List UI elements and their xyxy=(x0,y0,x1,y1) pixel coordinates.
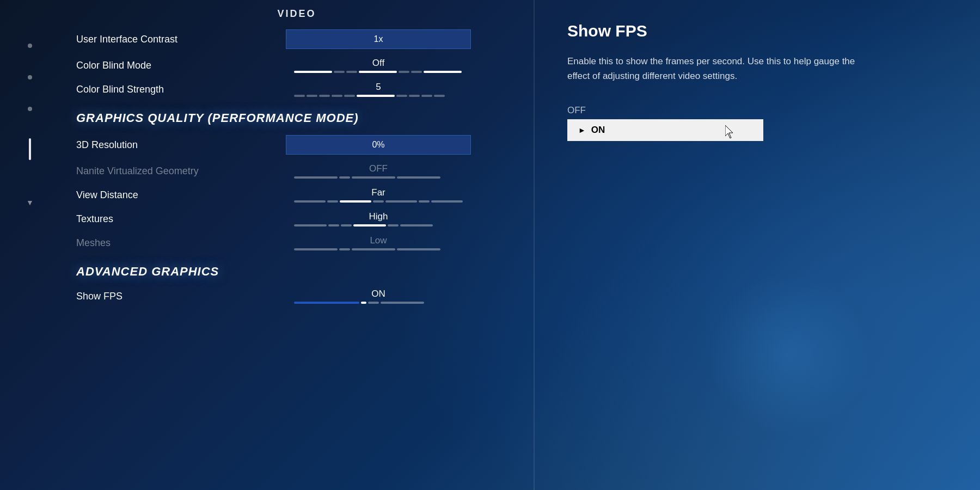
sidebar-dot-3 xyxy=(28,107,32,111)
option-on-label: ON xyxy=(591,125,605,136)
svg-marker-0 xyxy=(725,125,733,138)
control-3d-resolution[interactable]: 0% xyxy=(240,135,517,155)
info-panel: Show FPS Enable this to show the frames … xyxy=(535,0,980,490)
setting-row-ui-contrast: User Interface Contrast 1x xyxy=(76,25,517,53)
control-textures[interactable]: High xyxy=(240,211,517,226)
control-color-blind-mode[interactable]: Off xyxy=(240,58,517,73)
cursor xyxy=(725,125,734,140)
control-meshes: Low xyxy=(240,235,517,250)
setting-row-color-blind-strength: Color Blind Strength 5 xyxy=(76,77,517,101)
setting-row-show-fps: Show FPS ON xyxy=(76,284,517,308)
label-color-blind-strength: Color Blind Strength xyxy=(76,84,229,95)
label-nanite: Nanite Virtualized Geometry xyxy=(76,166,229,177)
setting-row-nanite: Nanite Virtualized Geometry OFF xyxy=(76,159,517,183)
value-3d-resolution[interactable]: 0% xyxy=(286,135,471,155)
value-textures: High xyxy=(369,211,388,222)
sidebar-dot-1 xyxy=(28,44,32,48)
slider-show-fps[interactable] xyxy=(294,302,463,304)
value-nanite: OFF xyxy=(369,163,388,174)
setting-row-view-distance: View Distance Far xyxy=(76,183,517,207)
value-color-blind-mode: Off xyxy=(372,58,384,69)
value-color-blind-strength: 5 xyxy=(376,82,381,93)
slider-color-blind-mode[interactable] xyxy=(294,71,463,73)
option-label-off[interactable]: OFF xyxy=(567,105,947,116)
slider-textures[interactable] xyxy=(294,224,463,226)
graphics-quality-section-header: GRAPHICS QUALITY (PERFORMANCE MODE) xyxy=(76,111,517,125)
control-ui-contrast[interactable]: 1x xyxy=(240,29,517,49)
control-color-blind-strength[interactable]: 5 xyxy=(240,82,517,97)
slider-meshes xyxy=(294,248,463,250)
sidebar-dot-2 xyxy=(28,75,32,79)
slider-view-distance[interactable] xyxy=(294,200,463,203)
advanced-graphics-section-header: ADVANCED GRAPHICS xyxy=(76,265,517,279)
info-panel-title: Show FPS xyxy=(567,22,947,40)
setting-row-textures: Textures High xyxy=(76,207,517,231)
label-textures: Textures xyxy=(76,213,229,225)
settings-panel: VIDEO User Interface Contrast 1x Color B… xyxy=(60,0,534,490)
label-color-blind-mode: Color Blind Mode xyxy=(76,60,229,71)
setting-row-color-blind-mode: Color Blind Mode Off xyxy=(76,53,517,77)
slider-color-blind-strength[interactable] xyxy=(294,95,463,97)
value-show-fps: ON xyxy=(371,289,385,299)
option-arrow-icon: ► xyxy=(578,126,586,134)
label-ui-contrast: User Interface Contrast xyxy=(76,34,229,45)
value-meshes: Low xyxy=(370,235,387,246)
label-3d-resolution: 3D Resolution xyxy=(76,139,229,151)
label-meshes: Meshes xyxy=(76,237,229,249)
setting-row-3d-resolution: 3D Resolution 0% xyxy=(76,131,517,159)
value-ui-contrast[interactable]: 1x xyxy=(286,29,471,49)
control-view-distance[interactable]: Far xyxy=(240,187,517,203)
setting-row-meshes: Meshes Low xyxy=(76,231,517,255)
video-section-header: VIDEO xyxy=(76,0,517,25)
main-layout: ▼ VIDEO User Interface Contrast 1x Color… xyxy=(0,0,980,490)
control-show-fps[interactable]: ON xyxy=(240,289,517,304)
value-view-distance: Far xyxy=(371,187,385,198)
sidebar: ▼ xyxy=(0,0,60,490)
label-show-fps: Show FPS xyxy=(76,291,229,302)
label-view-distance: View Distance xyxy=(76,189,229,201)
option-selected-on[interactable]: ► ON xyxy=(567,119,763,141)
slider-nanite xyxy=(294,176,463,179)
sidebar-arrow-down[interactable]: ▼ xyxy=(26,198,34,207)
info-panel-description: Enable this to show the frames per secon… xyxy=(567,54,872,83)
control-nanite: OFF xyxy=(240,163,517,179)
sidebar-bar xyxy=(29,138,31,160)
